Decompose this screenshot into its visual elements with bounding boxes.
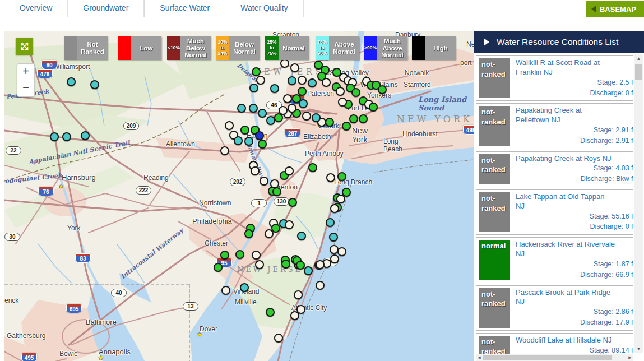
legend-item-much-below-normal[interactable]: <10%Much Below Normal: [167, 36, 211, 60]
gauge-marker[interactable]: [294, 290, 303, 299]
gauge-marker[interactable]: [296, 261, 305, 270]
station-link[interactable]: Wallkill R at Scott Road at Franklin NJ: [516, 58, 615, 77]
gauge-marker[interactable]: [280, 59, 289, 68]
gauge-marker[interactable]: [240, 126, 249, 135]
gauge-marker[interactable]: [272, 187, 281, 196]
gauge-marker[interactable]: [220, 146, 229, 155]
gauge-marker[interactable]: [308, 78, 317, 87]
scroll-down-icon[interactable]: ▼: [634, 345, 643, 353]
gauge-marker[interactable]: [337, 247, 346, 256]
station-link[interactable]: Papakating Creek at Pellettown NJ: [516, 106, 615, 125]
gauge-marker[interactable]: [336, 195, 345, 203]
gauge-marker[interactable]: [225, 121, 234, 130]
gauge-marker[interactable]: [329, 233, 338, 242]
legend-item-much-above-normal[interactable]: >90%Much Above Normal: [364, 36, 407, 60]
gauge-marker[interactable]: [221, 286, 230, 295]
gauge-marker[interactable]: [266, 116, 275, 125]
gauge-marker[interactable]: [90, 80, 99, 89]
gauge-marker[interactable]: [322, 78, 331, 87]
gauge-marker[interactable]: [244, 137, 253, 146]
gauge-marker[interactable]: [330, 254, 339, 263]
gauge-marker[interactable]: [337, 172, 346, 181]
gauge-marker[interactable]: [290, 311, 299, 320]
gauge-marker[interactable]: [299, 99, 308, 108]
conditions-list[interactable]: not- rankedWallkill R at Scott Road at F…: [476, 53, 633, 354]
gauge-marker[interactable]: [281, 260, 290, 269]
scroll-left-icon[interactable]: ◀: [476, 354, 483, 361]
gauge-marker[interactable]: [271, 224, 280, 233]
gauge-marker[interactable]: [244, 229, 253, 238]
horizontal-scrollbar[interactable]: ◀ ▶: [476, 354, 633, 361]
gauge-marker[interactable]: [256, 76, 265, 85]
gauge-marker[interactable]: [220, 251, 229, 260]
station-link[interactable]: Papakating Creek at Roys NJ: [516, 154, 615, 164]
basemap-button[interactable]: BASEMAP: [586, 1, 644, 17]
zoom-in-button[interactable]: +: [17, 64, 34, 80]
gauge-marker[interactable]: [378, 85, 387, 94]
gauge-marker[interactable]: [255, 131, 264, 140]
gauge-marker[interactable]: [285, 220, 294, 229]
gauge-marker[interactable]: [290, 63, 299, 72]
gauge-marker[interactable]: [316, 260, 325, 269]
legend-item-below-normal[interactable]: 10%to24%Below Normal: [216, 36, 260, 60]
map-canvas[interactable]: Not RankedLow<10%Much Below Normal10%to2…: [4, 31, 474, 361]
gauge-marker[interactable]: [274, 113, 283, 122]
gauge-marker[interactable]: [50, 132, 59, 141]
gauge-marker[interactable]: [235, 250, 244, 259]
gauge-marker[interactable]: [297, 232, 306, 240]
gauge-marker[interactable]: [326, 173, 335, 182]
tab-water-quality[interactable]: Water Quality: [225, 0, 303, 17]
gauge-marker[interactable]: [283, 94, 292, 103]
gauge-marker[interactable]: [249, 84, 258, 92]
gauge-marker[interactable]: [237, 104, 246, 113]
list-item[interactable]: not- rankedWoodcliff Lake at Hillsdale N…: [476, 333, 633, 354]
gauge-marker[interactable]: [298, 76, 307, 85]
gauge-marker[interactable]: [302, 112, 311, 121]
gauge-marker[interactable]: [288, 198, 297, 207]
list-item[interactable]: not- rankedWallkill R at Scott Road at F…: [476, 55, 633, 101]
list-item[interactable]: not- rankedPapakating Creek at Roys NJSt…: [476, 151, 633, 187]
list-item[interactable]: not- rankedLake Tappan at Old Tappan NJS…: [476, 189, 633, 235]
gauge-marker[interactable]: [349, 114, 358, 123]
list-item[interactable]: not- rankedPascack Brook at Park Ridge N…: [476, 285, 633, 331]
gauge-marker[interactable]: [252, 67, 261, 76]
scroll-right-icon[interactable]: ▶: [627, 354, 633, 361]
gauge-marker[interactable]: [274, 334, 283, 343]
zoom-out-button[interactable]: −: [17, 80, 34, 96]
gauge-marker[interactable]: [288, 76, 296, 85]
legend-item-low[interactable]: Low: [118, 36, 161, 60]
legend-item-not-ranked[interactable]: Not Ranked: [64, 36, 108, 60]
gauge-marker[interactable]: [288, 104, 296, 113]
tab-overview[interactable]: Overview: [4, 0, 68, 17]
gauge-marker[interactable]: [338, 98, 347, 107]
gauge-marker[interactable]: [255, 260, 264, 269]
list-item[interactable]: not- rankedPapakating Creek at Pellettow…: [476, 103, 633, 149]
hscroll-thumb[interactable]: [483, 355, 612, 360]
gauge-marker[interactable]: [81, 131, 90, 140]
gauge-marker[interactable]: [312, 113, 321, 122]
gauge-marker[interactable]: [316, 281, 325, 290]
scroll-up-icon[interactable]: ▲: [634, 54, 643, 63]
station-link[interactable]: Pascack Brook at Park Ridge NJ: [516, 288, 615, 307]
gauge-marker[interactable]: [67, 77, 76, 86]
gauge-marker[interactable]: [369, 103, 378, 112]
gauge-marker[interactable]: [285, 166, 294, 175]
legend-item-high[interactable]: High: [412, 36, 456, 60]
gauge-marker[interactable]: [304, 266, 313, 275]
tab-surface-water[interactable]: Surface Water: [144, 0, 225, 17]
gauge-marker[interactable]: [252, 251, 261, 260]
vscroll-thumb[interactable]: [635, 64, 642, 80]
gauge-marker[interactable]: [270, 84, 279, 93]
gauge-marker[interactable]: [240, 283, 249, 292]
sidebar-header[interactable]: Water Resource Conditions List: [474, 31, 644, 53]
legend-item-normal[interactable]: 25%to75%Normal: [265, 36, 309, 60]
vertical-scrollbar[interactable]: ▲ ▼: [634, 54, 643, 353]
gauge-marker[interactable]: [260, 177, 268, 186]
station-link[interactable]: Woodcliff Lake at Hillsdale NJ: [516, 336, 615, 345]
gauge-marker[interactable]: [251, 166, 260, 175]
gauge-marker[interactable]: [325, 118, 334, 127]
gauge-marker[interactable]: [342, 122, 351, 131]
gauge-marker[interactable]: [62, 132, 71, 141]
gauge-marker[interactable]: [351, 88, 360, 97]
legend-item-above-normal[interactable]: 76%to90%Above Normal: [316, 36, 359, 60]
